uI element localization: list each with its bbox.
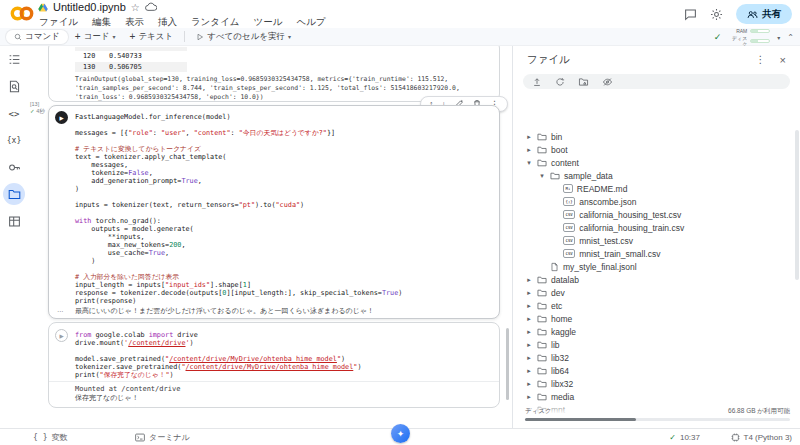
tree-folder-row[interactable]: ▸bin	[513, 130, 794, 143]
chevron-right-icon[interactable]: ▸	[525, 302, 533, 310]
code-snippets-icon[interactable]: <>	[0, 100, 28, 127]
chevron-right-icon[interactable]: ▸	[525, 146, 533, 154]
cell-output-text: 最高にいいのじゃ！まだ雲が少しだけ浮いておるのじゃ。あと一回くらい泳ぎまわるのじ…	[75, 306, 374, 316]
tree-folder-row[interactable]: ▸dev	[513, 286, 794, 299]
chevron-down-icon[interactable]: ▾	[538, 172, 546, 180]
settings-gear-icon[interactable]	[710, 8, 723, 21]
code-line: )	[75, 185, 495, 193]
secrets-key-icon[interactable]	[0, 154, 28, 181]
chevron-down-icon[interactable]: ▾	[525, 159, 533, 167]
code-line: model.save_pretrained("/content/drive/My…	[75, 355, 495, 363]
gemini-spark-button[interactable]: ✦	[391, 424, 410, 443]
tree-file-row[interactable]: M↓README.md	[513, 182, 794, 195]
search-icon	[14, 33, 22, 41]
run-cell-button[interactable]: ▶	[55, 329, 68, 342]
output-options-icon[interactable]: ⋯	[57, 307, 63, 314]
csv-file-icon: CSV	[563, 249, 575, 258]
files-panel-title: ファイル	[527, 53, 756, 67]
code-line	[75, 137, 495, 145]
last-run-time[interactable]: ✓ 10:37	[669, 429, 700, 445]
chevron-right-icon[interactable]: ▸	[525, 367, 533, 375]
star-icon[interactable]: ☆	[131, 2, 140, 13]
colab-logo-icon[interactable]	[10, 5, 34, 26]
table-of-contents-icon[interactable]	[0, 46, 28, 73]
code-editor[interactable]: from google.colab import drivedrive.moun…	[75, 331, 495, 379]
code-line: max_new_tokens=200,	[75, 241, 495, 249]
terminal-button[interactable]: ターミナル	[135, 429, 190, 445]
csv-file-icon: CSV	[563, 223, 575, 232]
files-toolbar	[523, 74, 790, 89]
code-cell-save-model[interactable]: ▶ from google.colab import drivedrive.mo…	[48, 322, 500, 408]
tree-folder-row[interactable]: ▸etc	[513, 299, 794, 312]
tree-item-label: bin	[551, 132, 562, 142]
command-palette-button[interactable]: コマンド	[6, 30, 68, 44]
run-cell-button[interactable]: ▶	[55, 111, 68, 124]
panel-more-icon[interactable]: ⋮	[756, 54, 766, 66]
add-code-button[interactable]: + コード▾	[68, 30, 123, 44]
tree-folder-row[interactable]: ▸boot	[513, 143, 794, 156]
files-folder-icon[interactable]	[0, 181, 28, 208]
tree-folder-row[interactable]: ▾sample_data	[513, 169, 794, 182]
runtime-type[interactable]: T4 (Python 3)	[731, 429, 792, 445]
colab-window: Untitled0.ipynb ☆ ファイル編集表示挿入ランタイムツールヘルプ …	[0, 0, 800, 445]
tree-folder-row[interactable]: ▸datalab	[513, 273, 794, 286]
resource-monitor[interactable]: RAM ディスク	[728, 28, 770, 47]
refresh-icon[interactable]	[555, 77, 565, 87]
tree-file-row[interactable]: my_style_final.jsonl	[513, 260, 794, 273]
chevron-right-icon[interactable]: ▸	[525, 133, 533, 141]
run-all-button[interactable]: すべてのセルを実行▾	[189, 30, 298, 44]
chevron-right-icon[interactable]: ▸	[525, 393, 533, 401]
variable-inspector-icon[interactable]: {x}	[0, 127, 28, 154]
tree-file-row[interactable]: CSVmnist_train_small.csv	[513, 247, 794, 260]
folder-icon	[537, 145, 547, 155]
chevron-right-icon[interactable]: ▸	[525, 315, 533, 323]
notebook-title[interactable]: Untitled0.ipynb	[53, 1, 126, 13]
chevron-right-icon[interactable]: ▸	[525, 341, 533, 349]
tree-folder-row[interactable]: ▸lib	[513, 338, 794, 351]
tree-item-label: boot	[551, 145, 568, 155]
code-line	[75, 193, 495, 201]
tree-file-row[interactable]: {;}anscombe.json	[513, 195, 794, 208]
code-cell-inference[interactable]: ▶ FastLanguageModel.for_inference(model)…	[48, 105, 500, 319]
add-text-button[interactable]: + テキスト	[123, 30, 181, 44]
variables-button[interactable]: { } 変数	[33, 429, 67, 445]
table-row: 1200.540733	[75, 51, 187, 62]
files-panel: ファイル ⋮ × ▸bin▸boot▾content▾sample_dataM↓…	[512, 46, 800, 428]
code-line: # 入力部分を除いた回答だけ表示	[75, 273, 495, 281]
tree-folder-row[interactable]: ▸lib64	[513, 364, 794, 377]
chevron-right-icon[interactable]: ▸	[525, 328, 533, 336]
chevron-down-icon[interactable]: ▾	[777, 34, 780, 41]
tree-file-row[interactable]: CSVcalifornia_housing_test.csv	[513, 208, 794, 221]
mount-drive-icon[interactable]	[578, 77, 589, 87]
tree-item-label: home	[551, 314, 572, 324]
data-table-icon[interactable]	[0, 208, 28, 235]
chevron-right-icon[interactable]: ▸	[525, 354, 533, 362]
tree-file-row[interactable]: CSVmnist_test.csv	[513, 234, 794, 247]
folder-icon	[537, 392, 547, 402]
chevron-right-icon[interactable]: ▸	[525, 289, 533, 297]
code-line: add_generation_prompt=True,	[75, 177, 495, 185]
tree-item-label: libx32	[551, 379, 573, 389]
files-scrollbar[interactable]	[795, 130, 799, 280]
tree-folder-row[interactable]: ▸libx32	[513, 377, 794, 390]
share-button[interactable]: 共有	[736, 4, 792, 24]
comment-icon[interactable]	[684, 8, 697, 21]
code-cell-output-partial[interactable]: 1200.5407331300.506705 TrainOutput(globa…	[48, 46, 500, 102]
panel-close-icon[interactable]: ×	[780, 54, 786, 66]
find-replace-icon[interactable]	[0, 73, 28, 100]
tree-folder-row[interactable]: ▸home	[513, 312, 794, 325]
tree-file-row[interactable]: CSVcalifornia_housing_train.csv	[513, 221, 794, 234]
upload-icon[interactable]	[532, 77, 542, 87]
chevron-right-icon[interactable]: ▸	[525, 276, 533, 284]
tree-item-label: my_style_final.jsonl	[563, 262, 637, 272]
tree-item-label: etc	[551, 301, 562, 311]
tree-folder-row[interactable]: ▸lib32	[513, 351, 794, 364]
tree-folder-row[interactable]: ▸kaggle	[513, 325, 794, 338]
code-line: tokenizer.save_pretrained("/content/driv…	[75, 363, 495, 371]
notebook-scrollbar[interactable]	[506, 328, 509, 400]
tree-folder-row[interactable]: ▾content	[513, 156, 794, 169]
collapse-header-icon[interactable]: ⌃	[787, 33, 794, 42]
hide-hidden-files-icon[interactable]	[602, 77, 613, 87]
chevron-right-icon[interactable]: ▸	[525, 380, 533, 388]
code-editor[interactable]: FastLanguageModel.for_inference(model) m…	[75, 113, 495, 305]
